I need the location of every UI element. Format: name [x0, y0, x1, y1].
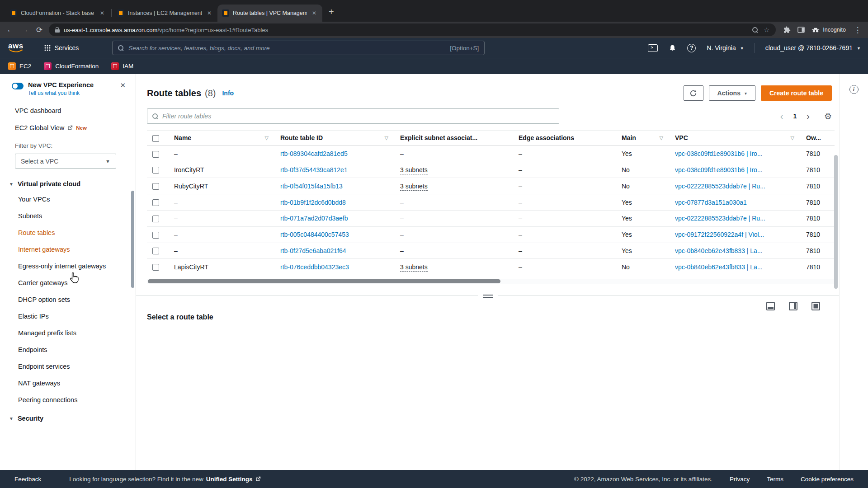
- forward-icon[interactable]: →: [20, 25, 30, 34]
- vpc-link[interactable]: vpc-0b840eb62e43fb833 | La...: [675, 247, 763, 254]
- table-row[interactable]: – rtb-01b9f1f2dc6d0bdd8 – – Yes vpc-0787…: [147, 194, 835, 211]
- column-header-name[interactable]: Name▽: [169, 131, 275, 146]
- vpc-link[interactable]: vpc-02222885523ddab7e | Ru...: [675, 183, 765, 190]
- favorite-ec2[interactable]: EC2: [8, 62, 31, 70]
- sidebar-item-your-vpcs[interactable]: Your VPCs: [9, 191, 136, 208]
- sort-icon[interactable]: ▽: [265, 135, 269, 141]
- row-checkbox[interactable]: [152, 199, 159, 206]
- panel-layout-bottom-icon[interactable]: [766, 302, 775, 310]
- sidebar-item-endpoints[interactable]: Endpoints: [9, 342, 136, 358]
- new-experience-toggle[interactable]: [12, 83, 24, 89]
- next-page-icon[interactable]: ›: [807, 111, 810, 122]
- row-checkbox[interactable]: [152, 183, 159, 190]
- refresh-button[interactable]: [684, 85, 703, 101]
- row-checkbox[interactable]: [152, 151, 159, 158]
- table-row[interactable]: – rtb-089304cafd2a81ed5 – – Yes vpc-038c…: [147, 145, 835, 162]
- horizontal-scrollbar-thumb[interactable]: [148, 279, 500, 283]
- privacy-link[interactable]: Privacy: [730, 476, 750, 483]
- select-all-checkbox[interactable]: [152, 135, 159, 142]
- account-menu[interactable]: cloud_user @ 7810-0266-7691 ▾: [765, 44, 860, 52]
- route-table-id-link[interactable]: rtb-01b9f1f2dc6d0bdd8: [280, 199, 346, 206]
- vpc-link[interactable]: vpc-07877d3a151a030a1: [675, 199, 747, 206]
- route-table-id-link[interactable]: rtb-089304cafd2a81ed5: [280, 150, 348, 157]
- sidebar-scrollbar[interactable]: [131, 191, 134, 288]
- column-header-main[interactable]: Main▽: [616, 131, 670, 146]
- reload-icon[interactable]: ⟳: [34, 25, 44, 35]
- sidebar-item-subnets[interactable]: Subnets: [9, 208, 136, 225]
- table-row[interactable]: – rtb-0f27d5e6aba021f64 – – Yes vpc-0b84…: [147, 243, 835, 259]
- table-row[interactable]: – rtb-005c0484400c57453 – – Yes vpc-0917…: [147, 226, 835, 243]
- vpc-link[interactable]: vpc-038c09fd1e89031b6 | Iro...: [675, 150, 763, 157]
- section-virtual-private-cloud[interactable]: ▼ Virtual private cloud: [9, 180, 136, 188]
- tell-us-link[interactable]: Tell us what you think: [28, 90, 94, 96]
- column-header-explicit-subnet-associations[interactable]: Explicit subnet associat...: [395, 131, 513, 146]
- sidebar-item-internet-gateways[interactable]: Internet gateways: [9, 241, 136, 258]
- create-route-table-button[interactable]: Create route table: [761, 85, 832, 101]
- table-vertical-scrollbar[interactable]: [834, 155, 838, 289]
- bookmark-star-icon[interactable]: ☆: [764, 26, 770, 33]
- feedback-link[interactable]: Feedback: [14, 476, 41, 483]
- browser-tab-cloudformation[interactable]: CloudFormation - Stack base ✕: [5, 5, 110, 22]
- back-icon[interactable]: ←: [5, 25, 15, 34]
- filter-input[interactable]: [162, 113, 554, 120]
- vpc-link[interactable]: vpc-038c09fd1e89031b6 | Iro...: [675, 166, 763, 174]
- sort-icon[interactable]: ▽: [791, 135, 795, 141]
- cookie-preferences-link[interactable]: Cookie preferences: [801, 476, 854, 483]
- info-link[interactable]: Info: [222, 89, 234, 97]
- notifications-bell-icon[interactable]: [669, 44, 676, 52]
- table-row[interactable]: LapisCityRT rtb-076ceddbb04323ec3 3 subn…: [147, 259, 835, 275]
- table-settings-gear-icon[interactable]: ⚙: [824, 111, 832, 122]
- row-checkbox[interactable]: [152, 248, 159, 254]
- aws-logo[interactable]: aws: [8, 43, 24, 53]
- new-tab-button[interactable]: +: [329, 7, 334, 17]
- zoom-icon[interactable]: [752, 27, 758, 33]
- table-row[interactable]: IronCityRT rtb-0f37d54439ca812e1 3 subne…: [147, 162, 835, 178]
- route-table-id-link[interactable]: rtb-076ceddbb04323ec3: [280, 263, 349, 271]
- current-page-number[interactable]: 1: [793, 113, 797, 120]
- address-bar[interactable]: us-east-1.console.aws.amazon.com/vpc/hom…: [49, 23, 776, 36]
- sidebar-item-elastic-ips[interactable]: Elastic IPs: [9, 308, 136, 325]
- side-panel-icon[interactable]: [797, 26, 805, 33]
- column-header-route-table-id[interactable]: Route table ID▽: [275, 131, 395, 146]
- column-header-vpc[interactable]: VPC▽: [670, 131, 801, 146]
- sidebar-item-peering-connections[interactable]: Peering connections: [9, 392, 136, 408]
- sidebar-item-route-tables[interactable]: Route tables: [9, 225, 136, 241]
- cell-subnets[interactable]: 3 subnets: [400, 183, 428, 191]
- sidebar-item-dhcp-option-sets[interactable]: DHCP option sets: [9, 291, 136, 308]
- cell-subnets[interactable]: 3 subnets: [400, 263, 428, 272]
- panel-layout-full-icon[interactable]: [811, 302, 820, 310]
- section-security[interactable]: ▼ Security: [9, 415, 136, 422]
- help-icon[interactable]: ?: [687, 44, 696, 52]
- sidebar-item-managed-prefix-lists[interactable]: Managed prefix lists: [9, 325, 136, 342]
- sidebar-item-ec2-global-view[interactable]: EC2 Global View New: [9, 124, 136, 131]
- sort-icon[interactable]: ▽: [660, 135, 664, 141]
- table-row[interactable]: RubyCityRT rtb-0f54f015f4a15fb13 3 subne…: [147, 178, 835, 194]
- browser-menu-kebab-icon[interactable]: ⋮: [853, 25, 863, 35]
- panel-layout-side-icon[interactable]: [789, 302, 797, 310]
- cloudshell-icon[interactable]: >_: [648, 44, 658, 52]
- route-table-id-link[interactable]: rtb-071a7ad2d07d3aefb: [280, 215, 348, 222]
- route-table-id-link[interactable]: rtb-005c0484400c57453: [280, 231, 349, 238]
- unified-settings-link[interactable]: Unified Settings: [206, 476, 253, 483]
- browser-tab-route-tables-active[interactable]: Route tables | VPC Manageme ✕: [217, 5, 322, 22]
- extensions-puzzle-icon[interactable]: [783, 26, 791, 34]
- route-table-id-link[interactable]: rtb-0f54f015f4a15fb13: [280, 183, 343, 190]
- route-table-id-link[interactable]: rtb-0f37d54439ca812e1: [280, 166, 348, 174]
- sidebar-item-endpoint-services[interactable]: Endpoint services: [9, 358, 136, 375]
- previous-page-icon[interactable]: ‹: [780, 111, 783, 122]
- tab-close-icon[interactable]: ✕: [99, 10, 106, 16]
- route-table-id-link[interactable]: rtb-0f27d5e6aba021f64: [280, 247, 346, 254]
- console-search[interactable]: Search for services, features, blogs, do…: [112, 41, 485, 55]
- actions-button[interactable]: Actions ▾: [709, 85, 755, 101]
- region-selector[interactable]: N. Virginia ▾: [707, 44, 743, 52]
- tab-close-icon[interactable]: ✕: [311, 10, 318, 16]
- column-header-edge-associations[interactable]: Edge associations: [513, 131, 616, 146]
- row-checkbox[interactable]: [152, 216, 159, 222]
- cell-subnets[interactable]: 3 subnets: [400, 166, 428, 174]
- services-menu[interactable]: Services: [44, 44, 79, 52]
- favorite-cloudformation[interactable]: CloudFormation: [44, 62, 99, 70]
- table-row[interactable]: – rtb-071a7ad2d07d3aefb – – Yes vpc-0222…: [147, 210, 835, 226]
- favorite-iam[interactable]: IAM: [111, 62, 133, 70]
- horizontal-scrollbar[interactable]: [147, 279, 835, 284]
- sidebar-item-nat-gateways[interactable]: NAT gateways: [9, 375, 136, 392]
